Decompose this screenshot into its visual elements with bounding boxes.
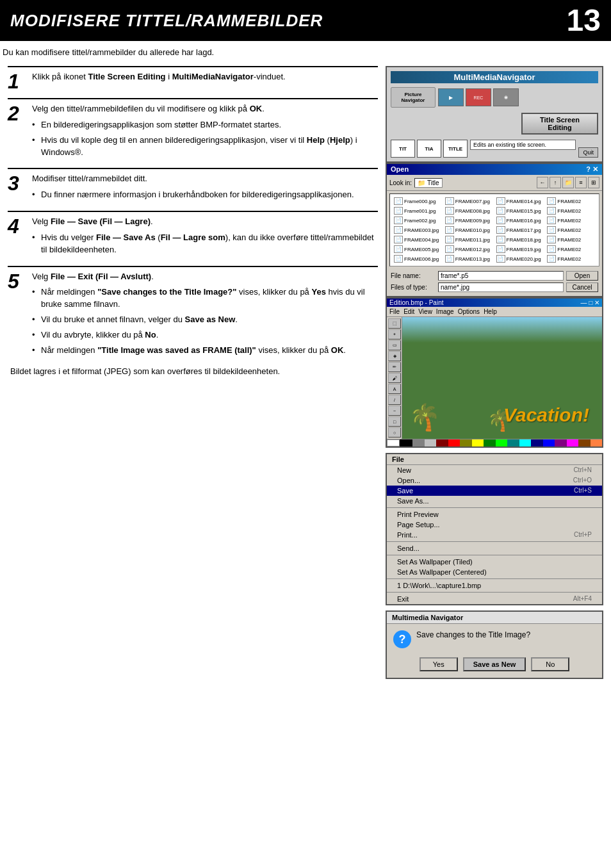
file-item[interactable]: 📄FRAME015.jpg	[495, 206, 546, 215]
file-menu-open[interactable]: Open... Ctrl+O	[387, 475, 602, 486]
file-menu-open-label: Open...	[397, 477, 420, 484]
file-menu-printpreview[interactable]: Print Preview	[387, 509, 602, 520]
open-bottom: File name: Open Files of type: name*.jpg…	[387, 269, 602, 296]
file-icon: 📄	[496, 197, 505, 205]
new-folder-btn[interactable]: 📁	[562, 177, 574, 188]
file-icon: 📄	[445, 245, 454, 253]
file-item[interactable]: 📄FRAME02	[546, 245, 596, 254]
filetype-select[interactable]: name*.jpg	[438, 283, 564, 292]
file-item[interactable]: 📄FRAME004.jpg	[393, 235, 443, 244]
cancel-button[interactable]: Cancel	[566, 283, 598, 292]
file-menu-saveas[interactable]: Save As...	[387, 496, 602, 506]
paint-menu-help[interactable]: Help	[484, 308, 497, 315]
file-item[interactable]: 📄Frame002.jpg	[393, 216, 443, 225]
filename-input[interactable]	[438, 271, 564, 281]
file-item[interactable]: 📄FRAME009.jpg	[444, 216, 494, 225]
file-menu-exit[interactable]: Exit Alt+F4	[387, 594, 602, 604]
up-btn[interactable]: ↑	[550, 177, 561, 188]
file-item[interactable]: 📄FRAME014.jpg	[495, 197, 546, 206]
file-menu-wallpaper-centered[interactable]: Set As Wallpaper (Centered)	[387, 567, 602, 577]
lasso-tool[interactable]: ⌖	[388, 329, 401, 340]
mmn-quit-btn[interactable]: Quit	[578, 147, 598, 158]
save-as-new-button[interactable]: Save as New	[463, 657, 526, 671]
eraser-tool[interactable]: ▭	[388, 340, 401, 350]
file-menu-print-label: Print...	[397, 531, 418, 539]
open-button[interactable]: Open	[566, 271, 598, 281]
file-menu-title: File	[387, 454, 602, 465]
brush-tool[interactable]: 🖌	[388, 373, 401, 383]
paint-menu-image[interactable]: Image	[436, 308, 454, 315]
paint-menu-file[interactable]: File	[389, 308, 400, 315]
paint-body: ⬚ ⌖ ▭ ◈ ✏ 🖌 A / ~ □ ○ 🌴 🌴 Vacation!	[387, 317, 602, 439]
file-item[interactable]: 📄FRAME016.jpg	[495, 216, 546, 225]
file-menu-send[interactable]: Send...	[387, 543, 602, 553]
file-item[interactable]: 📄FRAME02	[546, 206, 596, 215]
paint-title: Edition.bmp - Paint	[389, 299, 444, 306]
paint-menu-options[interactable]: Options	[458, 308, 480, 315]
paint-menu-bar: File Edit View Image Options Help	[387, 307, 602, 317]
text-tool[interactable]: A	[388, 384, 401, 394]
file-item[interactable]: 📄FRAME017.jpg	[495, 225, 546, 234]
file-item[interactable]: 📄FRAME020.jpg	[495, 254, 546, 263]
detail-view-btn[interactable]: ⊞	[588, 177, 599, 188]
file-item[interactable]: 📄FRAME007.jpg	[444, 197, 494, 206]
mmn-thumb-3: TITLE	[443, 140, 468, 158]
file-icon: 📄	[445, 255, 454, 263]
file-icon: 📄	[496, 245, 505, 253]
fill-tool[interactable]: ◈	[388, 351, 401, 361]
no-button[interactable]: No	[531, 657, 569, 671]
look-in-value[interactable]: 📁 Title	[414, 178, 443, 188]
file-item[interactable]: 📄Frame000.jpg	[393, 197, 443, 206]
open-dialog: Open ? ✕ Look in: 📁 Title ← ↑ 📁 ≡ ⊞ 📄Fr	[386, 163, 603, 297]
paint-menu-view[interactable]: View	[418, 308, 432, 315]
step-3-bullets: Du finner nærmere informasjon i brukerhå…	[32, 189, 378, 201]
mmn-icon-1: ▶	[438, 88, 464, 106]
step-5-number: 5	[8, 271, 26, 360]
file-menu-recent-label: 1 D:\Work\...\capture1.bmp	[397, 582, 481, 589]
step-4-number: 4	[8, 216, 26, 259]
file-item[interactable]: 📄FRAME010.jpg	[444, 225, 494, 234]
file-item[interactable]: 📄FRAME003.jpg	[393, 225, 443, 234]
file-menu-wallpaper-tiled[interactable]: Set As Wallpaper (Tiled)	[387, 557, 602, 567]
file-menu-new-shortcut: Ctrl+N	[573, 466, 592, 474]
file-item[interactable]: 📄FRAME012.jpg	[444, 245, 494, 254]
file-item[interactable]: 📄FRAME018.jpg	[495, 235, 546, 244]
file-item[interactable]: 📄FRAME011.jpg	[444, 235, 494, 244]
file-item[interactable]: 📄FRAME02	[546, 197, 596, 206]
paint-toolbar: ⬚ ⌖ ▭ ◈ ✏ 🖌 A / ~ □ ○	[387, 317, 402, 439]
back-btn[interactable]: ←	[537, 177, 548, 188]
file-icon: 📄	[496, 236, 505, 243]
file-item[interactable]: 📄FRAME013.jpg	[444, 254, 494, 263]
file-menu-pagesetup[interactable]: Page Setup...	[387, 520, 602, 530]
file-item[interactable]: 📄FRAME02	[546, 235, 596, 244]
file-item[interactable]: 📄FRAME006.jpg	[393, 254, 443, 263]
ellipse-tool[interactable]: ○	[388, 427, 401, 438]
select-tool[interactable]: ⬚	[388, 318, 401, 329]
file-menu-print[interactable]: Print... Ctrl+P	[387, 530, 602, 540]
file-menu-sep-1	[387, 507, 602, 508]
file-item[interactable]: 📄FRAME019.jpg	[495, 245, 546, 254]
file-item[interactable]: 📄FRAME008.jpg	[444, 206, 494, 215]
file-menu-new[interactable]: New Ctrl+N	[387, 465, 602, 475]
pencil-tool[interactable]: ✏	[388, 362, 401, 372]
file-item[interactable]: 📄Frame001.jpg	[393, 206, 443, 215]
right-column: MultiMediaNavigator Picture Navigator ▶ …	[386, 66, 603, 684]
file-item[interactable]: 📄FRAME02	[546, 216, 596, 225]
file-menu-recent[interactable]: 1 D:\Work\...\capture1.bmp	[387, 580, 602, 591]
file-item[interactable]: 📄FRAME02	[546, 254, 596, 263]
title-screen-editing-btn[interactable]: Title Screen Editing	[521, 113, 598, 135]
step-4: 4 Velg File — Save (Fil — Lagre). Hvis d…	[8, 211, 378, 259]
file-menu-exit-shortcut: Alt+F4	[573, 595, 592, 603]
line-tool[interactable]: /	[388, 395, 401, 405]
file-item[interactable]: 📄FRAME005.jpg	[393, 245, 443, 254]
open-dialog-title-bar: Open ? ✕	[387, 164, 602, 175]
file-item[interactable]: 📄FRAME02	[546, 225, 596, 234]
step-5-text: Velg File — Exit (Fil — Avslutt).	[32, 271, 378, 283]
curve-tool[interactable]: ~	[388, 405, 401, 416]
subtitle: Du kan modifisere tittel/rammebilder du …	[0, 47, 611, 57]
file-menu-save[interactable]: Save Ctrl+S	[387, 486, 602, 496]
rect-tool[interactable]: □	[388, 416, 401, 427]
list-view-btn[interactable]: ≡	[575, 177, 587, 188]
yes-button[interactable]: Yes	[420, 657, 458, 671]
paint-menu-edit[interactable]: Edit	[403, 308, 414, 315]
